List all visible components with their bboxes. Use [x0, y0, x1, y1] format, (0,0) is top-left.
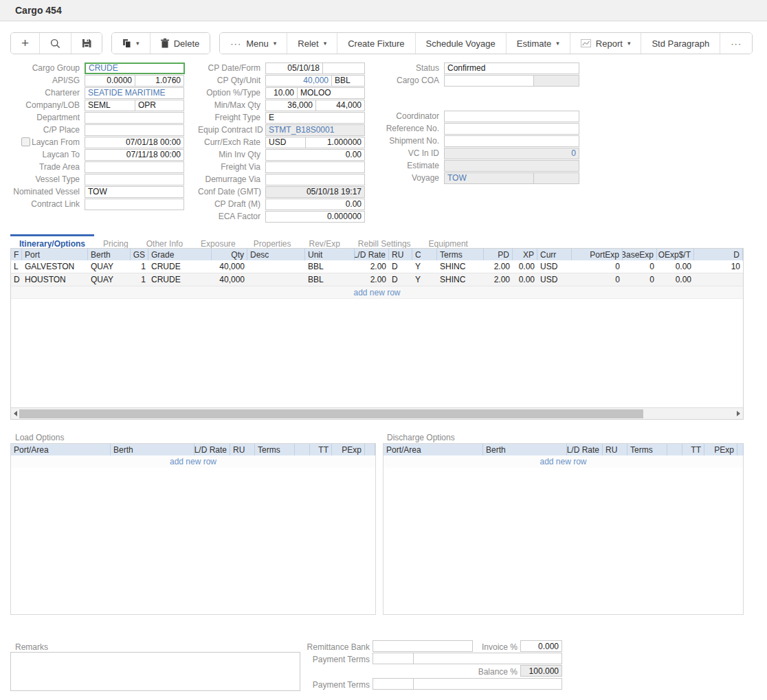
col-header-port-area: Port/Area	[384, 444, 483, 455]
save-icon	[82, 38, 91, 48]
sg-value[interactable]: 1.0760	[135, 76, 184, 86]
cp-form-value[interactable]	[322, 63, 364, 74]
laycan-to-field[interactable]: 07/11/18 00:00	[85, 149, 184, 161]
payment-terms2-desc-field[interactable]	[413, 678, 562, 690]
horizontal-scrollbar[interactable]	[11, 407, 743, 419]
plus-icon: +	[21, 36, 29, 51]
report-button[interactable]: Report ▾	[570, 33, 642, 54]
curr-exch-rate-field[interactable]: USD 1.000000	[265, 137, 365, 148]
min-qty-value[interactable]: 36,000	[266, 100, 315, 111]
contract-link-label: Contract Link	[2, 199, 85, 209]
load-options-add-new-row[interactable]: add new row	[11, 455, 375, 468]
create-fixture-button[interactable]: Create Fixture	[337, 33, 415, 54]
estimate-button[interactable]: Estimate ▾	[507, 33, 570, 54]
nominated-vessel-field[interactable]: TOW	[85, 186, 184, 198]
payment-terms-desc-field[interactable]	[413, 653, 562, 664]
payment-terms2-label: Payment Terms	[296, 680, 370, 690]
payment-terms-code-field[interactable]	[373, 653, 414, 664]
company-lob-field[interactable]: SEML OPR	[85, 100, 184, 111]
laycan-checkbox[interactable]	[21, 137, 30, 146]
demurrage-via-field[interactable]	[265, 174, 365, 185]
freight-via-field[interactable]	[265, 161, 365, 173]
cp-unit-value[interactable]: BBL	[331, 76, 364, 86]
demurrage-via-label: Demurrage Via	[198, 174, 265, 184]
status-field[interactable]: Confirmed	[444, 63, 579, 74]
menu-button-label: Menu	[246, 38, 269, 49]
relet-button[interactable]: Relet ▾	[287, 33, 337, 54]
contract-link-field[interactable]	[85, 199, 184, 210]
new-button[interactable]: +	[11, 33, 40, 54]
std-paragraph-label: Std Paragraph	[652, 38, 709, 49]
option-pct-value[interactable]: 10.00	[266, 88, 297, 98]
itinerary-row-2[interactable]: D HOUSTON QUAY 1 CRUDE 40,000 BBL 2.00 D…	[11, 273, 743, 286]
remittance-bank-field[interactable]	[373, 640, 473, 652]
api-value[interactable]: 0.0000	[85, 76, 135, 86]
cargo-coa-value[interactable]	[445, 76, 533, 86]
cp-date-form-field[interactable]: 05/10/18	[265, 63, 365, 74]
cargo-coa-field[interactable]	[444, 75, 579, 87]
itinerary-row-1[interactable]: L GALVESTON QUAY 1 CRUDE 40,000 BBL 2.00…	[11, 260, 743, 273]
col-header-terms: Terms	[627, 444, 667, 455]
copy-menu-button[interactable]: ▾	[112, 33, 151, 54]
estimate-button-label: Estimate	[517, 38, 552, 49]
chevron-down-icon: ▾	[324, 40, 327, 47]
menu-button[interactable]: ··· Menu ▾	[220, 33, 287, 54]
curr-exch-rate-label: Curr/Exch Rate	[198, 137, 265, 147]
scrollbar-thumb[interactable]	[19, 409, 643, 418]
lob-value[interactable]: OPR	[135, 100, 184, 111]
cp-draft-field[interactable]: 0.00	[265, 199, 365, 210]
company-value[interactable]: SEML	[85, 100, 135, 111]
eca-factor-field[interactable]: 0.000000	[265, 211, 365, 223]
delete-button[interactable]: Delete	[151, 33, 210, 54]
option-type-value[interactable]: MOLOO	[297, 88, 364, 98]
remarks-textarea[interactable]	[10, 652, 300, 691]
exch-rate-value[interactable]: 1.000000	[305, 137, 364, 148]
min-max-qty-field[interactable]: 36,000 44,000	[265, 100, 365, 111]
scroll-right-icon[interactable]	[737, 411, 740, 416]
remarks-label: Remarks	[15, 642, 48, 652]
coordinator-field[interactable]	[444, 111, 579, 122]
voyage-label: Voyage	[385, 173, 444, 183]
reference-no-field[interactable]	[444, 123, 579, 135]
payment-terms2-code-field[interactable]	[373, 678, 414, 690]
equip-contract-id-field[interactable]: STMT_B18S0001	[265, 124, 365, 136]
max-qty-value[interactable]: 44,000	[315, 100, 364, 111]
payment-terms-label: Payment Terms	[296, 655, 370, 664]
laycan-from-field[interactable]: 07/01/18 00:00	[85, 137, 184, 148]
itinerary-add-new-row[interactable]: add new row	[11, 286, 743, 299]
create-fixture-label: Create Fixture	[348, 38, 404, 49]
std-paragraph-button[interactable]: Std Paragraph	[641, 33, 720, 54]
api-sg-field[interactable]: 0.0000 1.0760	[85, 75, 184, 87]
toolbar: + ▾ Delete ··· Menu ▾	[10, 32, 753, 54]
trade-area-field[interactable]	[85, 161, 184, 173]
col-header-ld-rate: L/D Rate	[567, 444, 603, 455]
col-header-blank	[737, 444, 744, 455]
cp-qty-unit-field[interactable]: 40,000 BBL	[265, 75, 365, 87]
cargo-group-value: CRUDE	[86, 64, 184, 73]
charterer-field[interactable]: SEATIDE MARITIME	[85, 87, 184, 99]
ellipsis-icon: ···	[230, 38, 241, 49]
col-header-baseexp: BaseExp	[623, 249, 657, 260]
department-field[interactable]	[85, 112, 184, 124]
department-label: Department	[2, 113, 85, 122]
estimate-field	[444, 160, 579, 172]
search-button[interactable]	[40, 33, 71, 54]
curr-value[interactable]: USD	[266, 137, 305, 148]
schedule-voyage-button[interactable]: Schedule Voyage	[416, 33, 507, 54]
shipment-no-field[interactable]	[444, 135, 579, 147]
freight-type-field[interactable]: E	[265, 112, 365, 124]
chevron-down-icon: ▾	[136, 40, 140, 47]
discharge-options-add-new-row[interactable]: add new row	[384, 455, 743, 468]
vessel-type-field[interactable]	[85, 174, 184, 185]
more-button[interactable]: ···	[720, 33, 752, 54]
min-inv-qty-field[interactable]: 0.00	[265, 149, 365, 161]
scroll-left-icon[interactable]	[14, 411, 17, 416]
cp-qty-value[interactable]: 40,000	[266, 76, 331, 86]
trash-icon	[161, 38, 169, 48]
cp-place-field[interactable]	[85, 124, 184, 136]
save-button[interactable]	[71, 33, 102, 54]
invoice-pct-field[interactable]: 0.000	[520, 640, 562, 652]
cp-date-value[interactable]: 05/10/18	[266, 63, 322, 74]
option-pct-type-field[interactable]: 10.00 MOLOO	[265, 87, 365, 99]
cargo-group-field[interactable]: CRUDE	[85, 63, 185, 74]
